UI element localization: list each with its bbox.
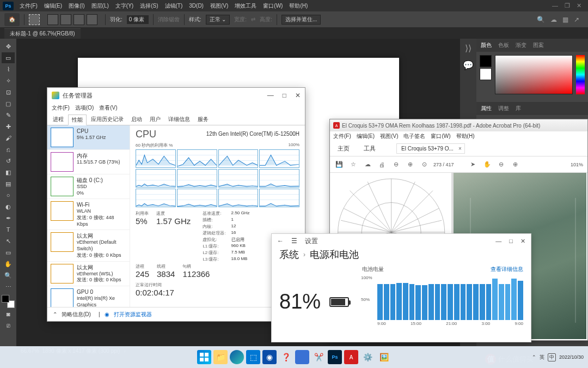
zoom-in-icon[interactable]: ⊕ bbox=[405, 160, 415, 170]
tm-side-wi-fi[interactable]: Wi-FiWLAN 发送: 0 接收: 448 Kbps bbox=[47, 199, 130, 230]
more-tools-icon[interactable]: ⋯ bbox=[2, 281, 15, 292]
tray-chevron-icon[interactable]: ⌃ bbox=[532, 354, 536, 360]
frame-tool-icon[interactable]: ▢ bbox=[2, 98, 15, 109]
acro-menu-help[interactable]: 帮助(H) bbox=[456, 132, 475, 140]
ps-menu-image[interactable]: 图像(I) bbox=[65, 2, 88, 10]
ps-menu-edit[interactable]: 编辑(E) bbox=[41, 2, 65, 10]
ps-menu-help[interactable]: 帮助(H) bbox=[286, 2, 311, 10]
settings-window[interactable]: ← ☰ 设置 — □ ✕ 系统 › 电源和电池 81% 电池电量 查看详细信息 … bbox=[271, 233, 531, 342]
libraries-tab[interactable]: 库 bbox=[516, 105, 521, 112]
crop-tool-icon[interactable]: ⊡ bbox=[2, 87, 15, 98]
heal-tool-icon[interactable]: ✚ bbox=[2, 121, 15, 132]
path-tool-icon[interactable]: ↖ bbox=[2, 236, 15, 246]
star-icon[interactable]: ☆ bbox=[348, 160, 358, 170]
home-icon[interactable]: 🏠 bbox=[4, 13, 20, 26]
breadcrumb-system[interactable]: 系统 bbox=[279, 248, 299, 261]
screenmode-icon[interactable]: ⎚ bbox=[2, 320, 15, 331]
gradients-tab[interactable]: 渐变 bbox=[516, 41, 526, 49]
style-select[interactable]: 正常 ⌄ bbox=[206, 15, 230, 25]
hue-slider[interactable] bbox=[576, 55, 585, 94]
print-icon[interactable]: 🖨 bbox=[377, 160, 387, 170]
tm-tab-apphistory[interactable]: 应用历史记录 bbox=[88, 114, 127, 125]
tm-tab-users[interactable]: 用户 bbox=[146, 114, 164, 125]
tm-side--0-c-[interactable]: 磁盘 0 (C:)SSD 0% bbox=[47, 174, 130, 199]
brief-info-link[interactable]: 简略信息(D) bbox=[62, 311, 91, 318]
lang-indicator[interactable]: 英 bbox=[540, 354, 544, 361]
selection-subtract-icon[interactable] bbox=[74, 14, 84, 25]
app-icon-3[interactable] bbox=[295, 350, 309, 364]
history-brush-icon[interactable]: ↺ bbox=[2, 155, 15, 166]
zoomout2-icon[interactable]: ⊖ bbox=[497, 160, 506, 170]
tm-tab-startup[interactable]: 启动 bbox=[128, 114, 145, 125]
acro-menu-edit[interactable]: 编辑(E) bbox=[357, 132, 375, 140]
menu-icon[interactable]: ☰ bbox=[291, 237, 297, 245]
type-tool-icon[interactable]: T bbox=[2, 224, 15, 235]
settings-taskbar-icon[interactable]: ⚙️ bbox=[360, 350, 375, 364]
chevron-up-icon[interactable]: ⌃ bbox=[53, 311, 57, 317]
app-icon-2[interactable]: ❓ bbox=[279, 350, 293, 364]
eraser-tool-icon[interactable]: ◧ bbox=[2, 167, 15, 178]
acro-menu-view[interactable]: 视图(V) bbox=[380, 132, 398, 140]
acro-menu-file[interactable]: 文件(F) bbox=[333, 132, 351, 140]
explorer-icon[interactable]: 📁 bbox=[213, 350, 228, 364]
foreground-swatch[interactable] bbox=[2, 295, 9, 303]
selection-intersect-icon[interactable] bbox=[87, 14, 97, 25]
app-icon-1[interactable]: ◉ bbox=[262, 350, 277, 364]
set-minimize-icon[interactable]: — bbox=[495, 238, 501, 245]
search-icon[interactable]: 🔍 bbox=[537, 16, 545, 23]
tm-menu-view[interactable]: 查看(V) bbox=[99, 104, 117, 112]
tm-side-gpu-0[interactable]: GPU 0Intel(R) Iris(R) Xe Graphics 5% bbox=[47, 286, 130, 307]
ime-indicator[interactable]: 中 bbox=[548, 353, 556, 361]
zoom-value[interactable]: 101% bbox=[571, 162, 583, 167]
color-fg-swatch[interactable] bbox=[480, 55, 492, 67]
tm-tab-performance[interactable]: 性能 bbox=[68, 114, 87, 125]
save-icon[interactable]: 💾 bbox=[334, 160, 344, 170]
tm-maximize-icon[interactable]: □ bbox=[283, 92, 286, 99]
feather-input[interactable]: 0 像素 bbox=[127, 15, 149, 24]
ps-menu-view[interactable]: 视图(V) bbox=[207, 2, 231, 10]
store-icon[interactable]: ⬚ bbox=[246, 350, 260, 364]
color-tab[interactable]: 颜色 bbox=[481, 41, 492, 49]
taskbar[interactable]: 📁 ⬚ ◉ ❓ ✂️ Ps A ⚙️ 🖼️ ⌃ 英 中 2022/10/30 bbox=[0, 346, 588, 368]
zoomin2-icon[interactable]: ⊕ bbox=[511, 160, 520, 170]
select-arrow-icon[interactable]: ➤ bbox=[468, 160, 478, 170]
ps-menu-select[interactable]: 选择(S) bbox=[137, 2, 161, 10]
properties-tab[interactable]: 属性 bbox=[481, 105, 492, 112]
acro-menu-window[interactable]: 窗口(W) bbox=[431, 132, 450, 140]
color-bg-swatch[interactable] bbox=[480, 68, 492, 80]
acro-home-tab[interactable]: 主页 bbox=[333, 142, 354, 155]
battery-details-link[interactable]: 查看详细信息 bbox=[491, 266, 523, 273]
ps-menu-type[interactable]: 文字(Y) bbox=[112, 2, 137, 10]
brush-tool-icon[interactable]: 🖌 bbox=[2, 132, 15, 143]
tm-menu-file[interactable]: 文件(F) bbox=[52, 104, 70, 112]
tm-side--[interactable]: 内存11.5/15.7 GB (73%) bbox=[47, 150, 130, 174]
ps-menu-window[interactable]: 窗口(W) bbox=[260, 2, 286, 10]
page-down-icon[interactable]: ⊙ bbox=[419, 160, 429, 170]
workspace-icon[interactable]: ▦ bbox=[562, 16, 568, 23]
set-close-icon[interactable]: ✕ bbox=[520, 238, 525, 245]
ps-menu-3d[interactable]: 3D(D) bbox=[186, 3, 207, 9]
zoom-tool-icon[interactable]: 🔍 bbox=[2, 270, 15, 281]
hand-tool-icon[interactable]: ✋ bbox=[2, 258, 15, 269]
acro-doc-tab[interactable]: El Croquis 53+79 O... bbox=[396, 143, 465, 154]
lasso-tool-icon[interactable]: ⌇ bbox=[2, 64, 15, 75]
dodge-tool-icon[interactable]: ◐ bbox=[2, 201, 15, 212]
tm-close-icon[interactable]: ✕ bbox=[295, 92, 301, 99]
task-manager-window[interactable]: 任务管理器 — □ ✕ 文件(F) 选项(O) 查看(V) 进程 性能 应用历史… bbox=[47, 87, 305, 322]
zoom-out-icon[interactable]: ⊖ bbox=[391, 160, 401, 170]
pan-hand-icon[interactable]: ✋ bbox=[482, 160, 492, 170]
shape-tool-icon[interactable]: ▭ bbox=[2, 247, 15, 258]
cloud-upload-icon[interactable]: ☁ bbox=[363, 160, 372, 170]
start-button-icon[interactable] bbox=[197, 350, 211, 364]
tm-tab-processes[interactable]: 进程 bbox=[50, 114, 67, 125]
tm-tab-details[interactable]: 详细信息 bbox=[165, 114, 193, 125]
tm-menu-options[interactable]: 选项(O) bbox=[75, 104, 94, 112]
swatches-tab[interactable]: 色板 bbox=[498, 41, 509, 49]
cloud-icon[interactable]: ☁ bbox=[550, 16, 557, 23]
panel-toggle-icon[interactable]: ⟩⟩ bbox=[465, 43, 471, 53]
tm-minimize-icon[interactable]: — bbox=[267, 92, 274, 99]
tm-side-cpu[interactable]: CPU5% 1.57 GHz bbox=[47, 125, 130, 150]
set-maximize-icon[interactable]: □ bbox=[509, 238, 513, 245]
tm-side--[interactable]: 以太网vEthernet (WSL) 发送: 0 接收: 0 Kbps bbox=[47, 262, 130, 286]
adjustments-tab[interactable]: 调整 bbox=[498, 105, 509, 112]
